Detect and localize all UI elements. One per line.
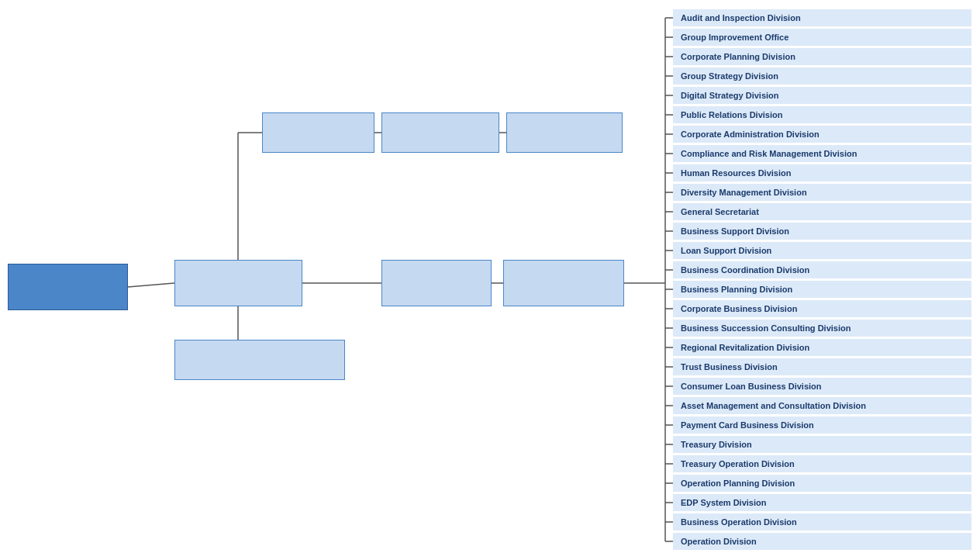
division-row: Treasury Division [673,436,971,453]
division-row: Consumer Loan Business Division [673,378,971,395]
appointment-committee-node [174,340,345,380]
division-row: Loan Support Division [673,242,971,259]
division-row: Payment Card Business Division [673,416,971,434]
division-row: EDP System Division [673,494,971,511]
division-row: Business Planning Division [673,281,971,298]
board-of-directors-node [174,260,302,306]
president-node [381,260,492,306]
division-row: Corporate Planning Division [673,48,971,65]
division-row: Treasury Operation Division [673,455,971,472]
division-row: Trust Business Division [673,358,971,375]
division-row: Human Resources Division [673,164,971,181]
division-row: Business Support Division [673,223,971,240]
division-row: Operation Planning Division [673,475,971,492]
division-row: Regional Revitalization Division [673,339,971,356]
division-row: Group Improvement Office [673,29,971,46]
board-designated-node [503,260,624,306]
general-meeting-node [8,264,128,310]
division-row: Asset Management and Consultation Divisi… [673,397,971,414]
division-row: Business Succession Consulting Division [673,320,971,337]
division-row: Group Strategy Division [673,67,971,85]
division-row: Business Coordination Division [673,261,971,278]
division-row: General Secretariat [673,203,971,220]
division-row: Diversity Management Division [673,184,971,201]
division-row: Corporate Business Division [673,300,971,317]
audit-supervisory-board-node [262,112,374,153]
audit-supervisory-members-node [381,112,499,153]
svg-line-0 [128,283,174,287]
audit-supervisory-office-node [506,112,623,153]
division-row: Digital Strategy Division [673,87,971,104]
division-row: Corporate Administration Division [673,126,971,143]
division-row: Business Operation Division [673,513,971,531]
division-row: Compliance and Risk Management Division [673,145,971,162]
division-row: Audit and Inspection Division [673,9,971,26]
division-row: Operation Division [673,533,971,550]
division-row: Public Relations Division [673,106,971,123]
org-chart: Audit and Inspection DivisionGroup Impro… [0,0,980,553]
